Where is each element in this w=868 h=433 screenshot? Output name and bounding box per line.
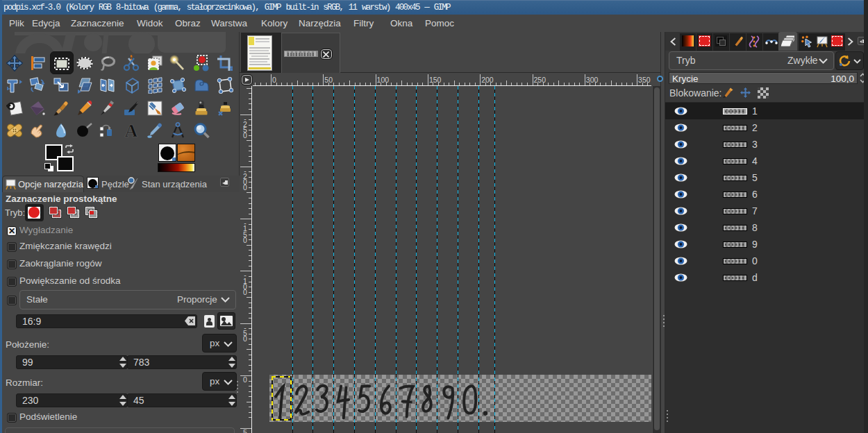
svg-text:A: A <box>125 122 138 139</box>
